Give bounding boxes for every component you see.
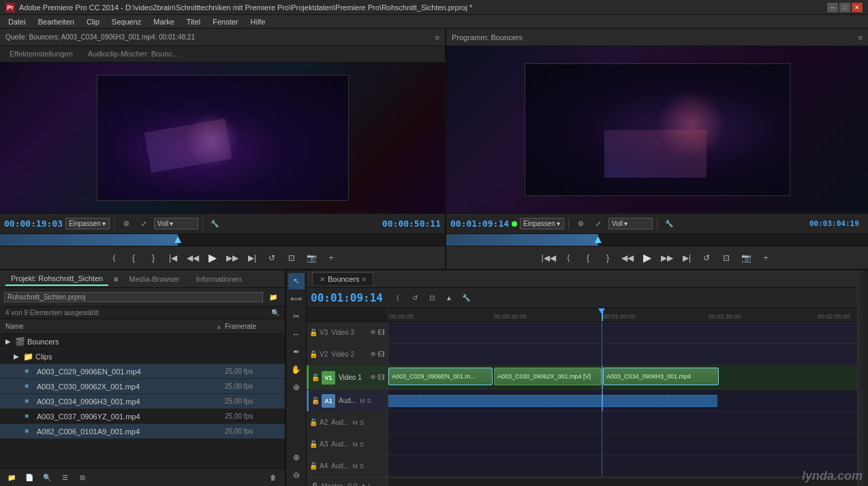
program-camera-icon[interactable]: 📷 (737, 249, 755, 267)
program-export-icon[interactable]: ⤢ (591, 217, 606, 231)
source-mark-left-icon[interactable]: { (125, 249, 142, 267)
program-next-edit-icon[interactable]: ▶| (678, 249, 696, 267)
program-step-back-icon[interactable]: ◀◀ (619, 249, 636, 267)
delete-icon[interactable]: 🗑 (266, 471, 281, 485)
program-loop-icon[interactable]: ↺ (698, 249, 715, 267)
find-icon[interactable]: 🔍 (40, 471, 55, 485)
project-search-icon[interactable]: 🔍 (271, 309, 279, 317)
program-mark-right-icon[interactable]: } (599, 249, 617, 267)
razor-tool-button[interactable]: ✂ (288, 308, 305, 325)
program-settings-icon[interactable]: ⚙ (573, 217, 588, 231)
project-panel-menu[interactable]: ≡ (114, 275, 118, 283)
tab-effekteinstellungen[interactable]: Effekteinstellungen (3, 48, 80, 61)
list-item[interactable]: ■ A082_C006_0101A9_001.mp4 25,00 fps (0, 424, 285, 439)
slip-tool-button[interactable]: ↔ (288, 326, 305, 342)
source-safe-icon[interactable]: ⊡ (283, 249, 300, 267)
program-step-fwd-icon[interactable]: ▶▶ (658, 249, 676, 267)
list-item[interactable]: ■ A003_C030_09062X_001.mp4 25,00 fps (0, 379, 285, 394)
a2-s[interactable]: S (360, 419, 364, 426)
source-quality-dropdown[interactable]: Voll ▾ (154, 218, 198, 229)
menu-titel[interactable]: Titel (181, 16, 206, 27)
list-item[interactable]: ■ A003_C034_0906H3_001.mp4 25,00 fps (0, 394, 285, 409)
source-export-icon[interactable]: ⤢ (136, 217, 151, 231)
informationen-tab[interactable]: Informationen (191, 273, 247, 285)
zoom-out-timeline-icon[interactable]: ⊖ (288, 467, 305, 483)
source-prev-edit-icon[interactable]: |◀ (164, 249, 182, 267)
source-mark-in-icon[interactable]: ⟨ (105, 249, 123, 267)
audio-clip-1[interactable] (388, 395, 717, 407)
maximize-button[interactable]: □ (839, 3, 850, 12)
program-to-start-icon[interactable]: |◀◀ (540, 249, 557, 267)
icon-view-icon[interactable]: ⊞ (75, 471, 90, 485)
menu-bearbeiten[interactable]: Bearbeiten (33, 16, 80, 27)
project-folder-icon[interactable]: 📁 (266, 291, 281, 304)
close-button[interactable]: ✕ (852, 3, 863, 12)
menu-datei[interactable]: Datei (3, 16, 31, 27)
master-lock-icon[interactable]: 🔓 (311, 483, 319, 486)
v2-film-icon[interactable]: 🎞 (378, 351, 385, 358)
minimize-button[interactable]: ─ (827, 3, 838, 12)
program-fit-dropdown[interactable]: Einpassen ▾ (520, 218, 564, 229)
source-wrench-icon[interactable]: 🔧 (207, 217, 222, 231)
program-scrubber[interactable] (446, 233, 868, 246)
menu-sequenz[interactable]: Sequenz (106, 16, 146, 27)
list-item[interactable]: ■ A003_C037_0906YZ_001.mp4 25,00 fps (0, 409, 285, 424)
timeline-snap-icon[interactable]: ↺ (407, 291, 422, 305)
list-item[interactable]: ▶ 🎬 Bouncers (0, 334, 285, 349)
source-loop-icon[interactable]: ↺ (263, 249, 281, 267)
a2-m[interactable]: M (352, 419, 358, 426)
source-panel-menu[interactable]: ≡ (435, 33, 439, 42)
program-quality-dropdown[interactable]: Voll ▾ (608, 218, 653, 229)
a1-m[interactable]: M (360, 398, 365, 404)
video-clip-2[interactable]: A003_C030_09062X_001.mp4 [V] (494, 368, 602, 385)
program-more-icon[interactable]: ＋ (757, 249, 775, 267)
v1-lock-icon[interactable]: 🔓 (311, 374, 320, 381)
source-settings-icon[interactable]: ⚙ (119, 217, 134, 231)
new-item-icon[interactable]: 📄 (22, 471, 37, 485)
timeline-add-marker-icon[interactable]: ⟨ (390, 291, 405, 305)
timeline-tab-bouncers[interactable]: ✕ Bouncers ≡ (312, 272, 373, 285)
a2-lock-icon[interactable]: 🔓 (309, 419, 317, 426)
tab-audioclip-mischer[interactable]: Audioclip-Mischer: Bounc... (81, 48, 185, 61)
v1-film-icon[interactable]: 🎞 (378, 374, 385, 381)
program-mark-left-icon[interactable]: { (579, 249, 597, 267)
v1-eye-icon[interactable]: 👁 (370, 374, 377, 381)
source-fit-dropdown[interactable]: Einpassen ▾ (65, 218, 110, 229)
zoom-in-timeline-icon[interactable]: ⊕ (288, 449, 305, 466)
timeline-insert-icon[interactable]: ⊡ (424, 291, 439, 305)
media-browser-tab[interactable]: Media-Browser (124, 273, 185, 285)
master-play-icon[interactable]: ▶| (362, 483, 370, 486)
hand-tool-button[interactable]: ✋ (288, 361, 305, 378)
source-step-back-icon[interactable]: ◀◀ (184, 249, 202, 267)
program-play-button[interactable]: ▶ (638, 249, 656, 267)
list-item[interactable]: ▶ 📁 Clips (0, 349, 285, 364)
video-clip-1[interactable]: A003_C029_0906EN_001.m... (388, 368, 493, 385)
a3-s[interactable]: S (360, 441, 364, 448)
a1-s[interactable]: S (367, 398, 371, 404)
menu-hilfe[interactable]: Hilfe (245, 16, 271, 27)
a3-m[interactable]: M (352, 441, 358, 448)
list-item[interactable]: ■ A003_C029_0906EN_001.mp4 25,00 fps (0, 364, 285, 379)
menu-marke[interactable]: Marke (148, 16, 180, 27)
a4-s[interactable]: S (360, 463, 364, 470)
a1-lock-icon[interactable]: 🔓 (311, 397, 320, 404)
ripple-tool-button[interactable]: ⟺ (288, 291, 305, 307)
v3-eye-icon[interactable]: 👁 (370, 329, 377, 336)
source-scrubber[interactable] (0, 233, 445, 246)
timeline-lift-icon[interactable]: ▲ (441, 291, 456, 305)
a4-lock-icon[interactable]: 🔓 (309, 462, 317, 470)
zoom-tool-button[interactable]: ⊕ (288, 379, 305, 395)
source-camera-icon[interactable]: 📷 (303, 249, 320, 267)
menu-fenster[interactable]: Fenster (207, 16, 243, 27)
list-view-icon[interactable]: ☰ (57, 471, 72, 485)
v3-film-icon[interactable]: 🎞 (378, 329, 385, 336)
pen-tool-button[interactable]: ✒ (288, 344, 305, 360)
a4-m[interactable]: M (352, 463, 358, 470)
source-mark-right-icon[interactable]: } (144, 249, 162, 267)
project-tab[interactable]: Projekt: Rohschnitt_Sichten (5, 272, 108, 286)
video-clip-3[interactable]: A003_C034_0906H3_001.mp4 (603, 368, 719, 385)
timeline-tab-close[interactable]: ✕ (320, 276, 325, 283)
v2-lock-icon[interactable]: 🔓 (309, 351, 317, 358)
v3-lock-icon[interactable]: 🔓 (309, 329, 317, 336)
program-panel-menu[interactable]: ≡ (858, 33, 863, 42)
